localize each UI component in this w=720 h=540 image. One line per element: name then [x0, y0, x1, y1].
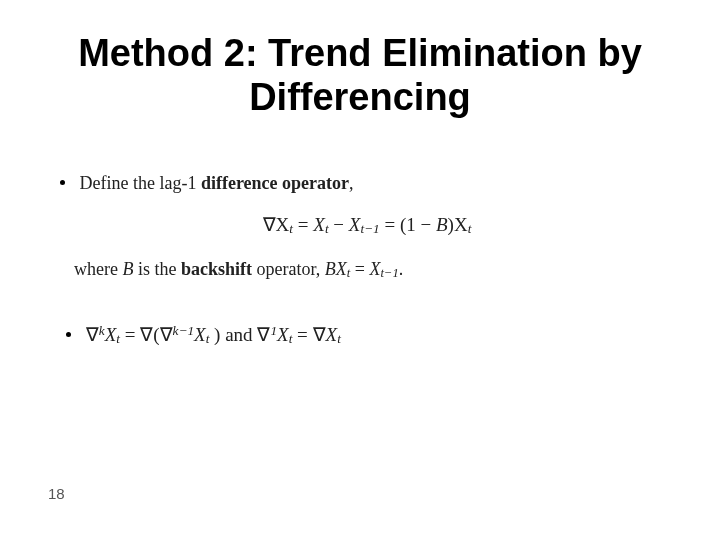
- eq1-minus: −: [333, 214, 348, 235]
- slide: Method 2: Trend Elimination by Differenc…: [0, 0, 720, 540]
- eq2-x4: X: [326, 324, 338, 345]
- eq1-x1: X: [313, 214, 325, 235]
- equation-2: ∇kXt = ∇(∇k−1Xt ) and ∇1Xt = ∇Xt: [74, 321, 660, 350]
- intro-prefix: Define the lag-1: [80, 173, 201, 193]
- intro-line: Define the lag-1 difference operator,: [74, 170, 660, 197]
- equation-1: ∇Xt = Xt − Xt−1 = (1 − B)Xt: [74, 211, 660, 240]
- eq1-end-sub: t: [468, 221, 472, 236]
- bullet-icon: [60, 180, 65, 185]
- where-B: B: [122, 259, 133, 279]
- eq1-x2-sub: t−1: [360, 221, 379, 236]
- eq2-sub-t3: t: [289, 331, 293, 346]
- where-eq-rhs: X: [369, 259, 380, 279]
- where-prefix: where: [74, 259, 122, 279]
- where-eq-sub-tm1: t−1: [380, 266, 398, 280]
- where-eq-lhs: BX: [325, 259, 347, 279]
- eq1-B: B: [436, 214, 448, 235]
- eq2-nabla: ∇: [86, 324, 99, 345]
- slide-body: Define the lag-1 difference operator, ∇X…: [74, 170, 660, 349]
- page-number: 18: [48, 485, 65, 502]
- eq1-x1-sub: t: [325, 221, 329, 236]
- eq1-x2: X: [349, 214, 361, 235]
- title-line-2: Differencing: [249, 76, 471, 118]
- eq2-x3: X: [277, 324, 289, 345]
- eq2-sub-t: t: [116, 331, 120, 346]
- eq1-eq2: = (1 −: [384, 214, 436, 235]
- eq2-x: X: [105, 324, 117, 345]
- where-mid2: operator,: [252, 259, 325, 279]
- slide-title: Method 2: Trend Elimination by Differenc…: [0, 32, 720, 119]
- where-bold: backshift: [181, 259, 252, 279]
- eq1-sub-t: t: [289, 221, 293, 236]
- where-eq-eq: =: [350, 259, 369, 279]
- eq2-sub-t2: t: [206, 331, 210, 346]
- bullet-icon-2: [66, 332, 71, 337]
- eq2-sup-km1: k−1: [173, 323, 195, 338]
- eq2-eq2: = ∇: [297, 324, 325, 345]
- eq2-eq: = ∇(∇: [125, 324, 173, 345]
- eq2-sub-t4: t: [337, 331, 341, 346]
- intro-bold: difference operator: [201, 173, 349, 193]
- intro-suffix: ,: [349, 173, 354, 193]
- eq1-close: )X: [448, 214, 468, 235]
- eq1-nabla-x: ∇X: [263, 214, 290, 235]
- where-line: where B is the backshift operator, BXt =…: [74, 256, 660, 283]
- eq1-eq: =: [298, 214, 313, 235]
- eq2-x2: X: [194, 324, 206, 345]
- title-line-1: Method 2: Trend Elimination by: [78, 32, 642, 74]
- eq2-and: ) and ∇: [214, 324, 270, 345]
- eq1-lhs: ∇Xt: [263, 214, 293, 235]
- where-period: .: [399, 259, 404, 279]
- where-mid: is the: [133, 259, 181, 279]
